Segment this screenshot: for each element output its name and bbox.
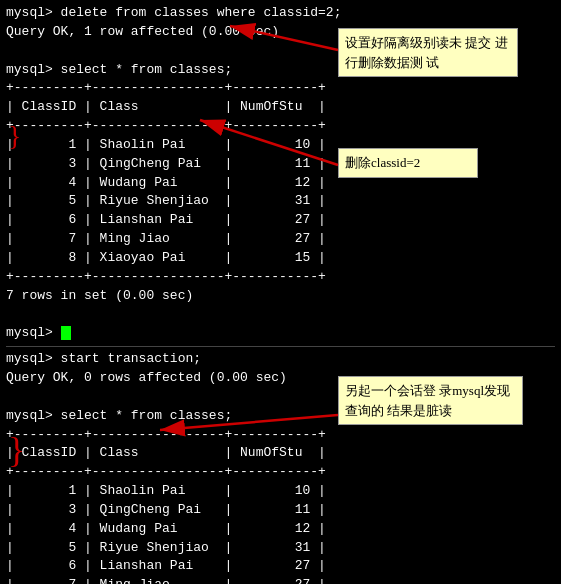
s1l17 [6,306,555,325]
s1l12: | 6 | Lianshan Pai | 27 | [6,211,555,230]
s1l15: +---------+-----------------+-----------… [6,268,555,287]
annotation-box3: 另起一个会话登 录mysql发现查询的 结果是脏读 [338,376,523,425]
s2l10: | 4 | Wudang Pai | 12 | [6,520,555,539]
annotation-box2: 删除classid=2 [338,148,478,178]
s2l9: | 3 | QingCheng Pai | 11 | [6,501,555,520]
s2l6: | ClassID | Class | NumOfStu | [6,444,555,463]
s2l1: mysql> start transaction; [6,350,555,369]
s2l8: | 1 | Shaolin Pai | 10 | [6,482,555,501]
terminal: mysql> delete from classes where classid… [0,0,561,584]
s2l7: +---------+-----------------+-----------… [6,463,555,482]
s1l14: | 8 | Xiaoyao Pai | 15 | [6,249,555,268]
s1l5: +---------+-----------------+-----------… [6,79,555,98]
cursor1 [61,326,71,340]
s1l18: mysql> [6,324,555,343]
s2l13: | 7 | Ming Jiao | 27 | [6,576,555,584]
s1l13: | 7 | Ming Jiao | 27 | [6,230,555,249]
s1l6: | ClassID | Class | NumOfStu | [6,98,555,117]
s2l12: | 6 | Lianshan Pai | 27 | [6,557,555,576]
s1l11: | 5 | Riyue Shenjiao | 31 | [6,192,555,211]
s1l1: mysql> delete from classes where classid… [6,4,555,23]
s1l16: 7 rows in set (0.00 sec) [6,287,555,306]
s2l5: +---------+-----------------+-----------… [6,426,555,445]
annotation-box1: 设置好隔离级别读未 提交 进行删除数据测 试 [338,28,518,77]
section-divider [6,346,555,347]
s1l7: +---------+-----------------+-----------… [6,117,555,136]
s2l11: | 5 | Riyue Shenjiao | 31 | [6,539,555,558]
